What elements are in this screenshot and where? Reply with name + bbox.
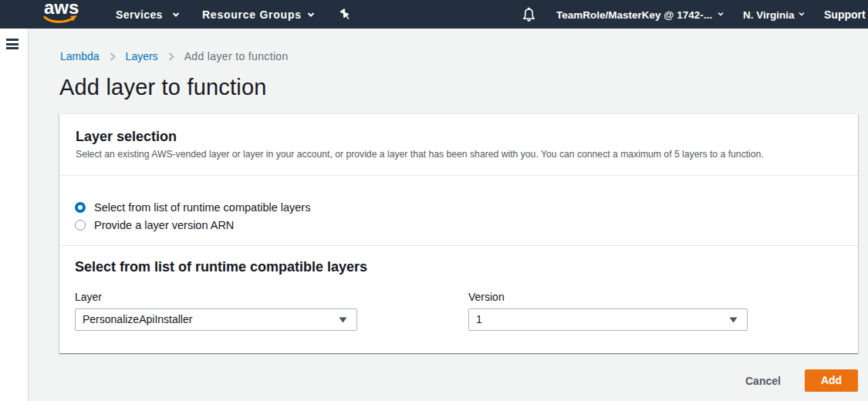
- svg-text:aws: aws: [44, 0, 79, 18]
